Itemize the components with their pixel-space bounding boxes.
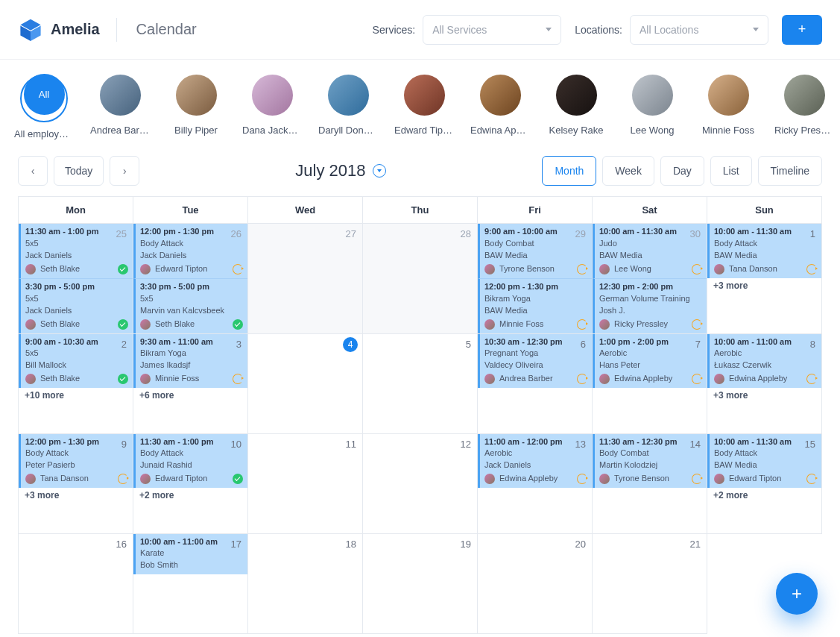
- event[interactable]: 12:00 pm - 1:30 pmBikram YogaBAW Media M…: [478, 278, 592, 333]
- day-cell[interactable]: 1411:30 am - 12:30 pmBody CombatMartin K…: [593, 433, 707, 533]
- event-employee: Seth Blake: [40, 318, 113, 330]
- more-link[interactable]: +2 more: [133, 488, 247, 503]
- sync-icon: [577, 319, 587, 330]
- day-cell[interactable]: 39:30 am - 11:00 amBikram YogaJames Ikad…: [133, 333, 248, 433]
- day-cell[interactable]: 11: [248, 433, 363, 533]
- event-employee: Tana Danson: [729, 263, 802, 275]
- employee-pill[interactable]: Ricky Pressley: [778, 75, 830, 139]
- avatar: [484, 319, 495, 330]
- employee-pill[interactable]: Daryll Donov…: [322, 75, 374, 139]
- event-service: Aerobic: [714, 348, 817, 360]
- event-service: Body Attack: [25, 448, 128, 459]
- event-client: BAW Media: [714, 250, 817, 262]
- calendar-controls: ‹ Today › July 2018 Month Week Day List …: [0, 148, 840, 196]
- more-link[interactable]: +6 more: [133, 388, 247, 403]
- day-cell[interactable]: 12: [363, 433, 478, 533]
- employee-pill[interactable]: Minnie Foss: [702, 75, 754, 139]
- brand-logo[interactable]: Amelia: [18, 17, 100, 43]
- day-cell[interactable]: 16: [19, 533, 133, 633]
- day-cell[interactable]: 912:00 pm - 1:30 pmBody AttackPeter Pasi…: [19, 433, 133, 533]
- employee-pill[interactable]: Billy Piper: [170, 75, 222, 139]
- event[interactable]: 9:00 am - 10:30 am5x5Bill Mallock Seth B…: [19, 334, 133, 389]
- event-service: Pregnant Yoga: [484, 348, 587, 360]
- period-selector[interactable]: July 2018: [139, 161, 542, 181]
- add-button[interactable]: +: [782, 15, 822, 45]
- more-link[interactable]: +3 more: [707, 278, 821, 293]
- locations-dropdown[interactable]: All Locations: [630, 15, 768, 45]
- chevron-right-icon: ›: [123, 165, 127, 177]
- event-employee: Seth Blake: [155, 318, 228, 330]
- today-button[interactable]: Today: [54, 156, 104, 186]
- day-cell[interactable]: 2612:00 pm - 1:30 pmBody AttackJack Dani…: [133, 224, 248, 334]
- day-cell[interactable]: 28: [363, 224, 478, 334]
- employee-pill[interactable]: Dana Jackson: [246, 75, 298, 139]
- avatar: [714, 474, 724, 484]
- next-button[interactable]: ›: [110, 156, 139, 186]
- employee-strip: AllAll employeesAndrea BarberBilly Piper…: [0, 60, 840, 148]
- day-cell[interactable]: 18: [248, 533, 363, 633]
- day-cell[interactable]: 610:30 am - 12:30 pmPregnant YogaValdecy…: [478, 333, 593, 433]
- event[interactable]: 3:30 pm - 5:00 pm5x5Jack Daniels Seth Bl…: [19, 278, 133, 333]
- fab-add[interactable]: +: [776, 573, 818, 615]
- event[interactable]: 10:00 am - 11:30 amBody AttackBAW Media …: [707, 224, 821, 278]
- more-link[interactable]: +3 more: [707, 388, 821, 403]
- day-cell[interactable]: 110:00 am - 11:30 amBody AttackBAW Media…: [707, 224, 822, 334]
- event[interactable]: 12:30 pm - 2:00 pmGerman Volume Training…: [593, 278, 707, 333]
- services-filter: Services: All Services: [373, 15, 562, 45]
- day-cell[interactable]: 27: [248, 224, 363, 334]
- prev-button[interactable]: ‹: [18, 156, 48, 186]
- event-employee-row: Tyrone Benson: [484, 262, 587, 275]
- employee-name: Kelsey Rake: [549, 125, 604, 136]
- employee-pill[interactable]: Lee Wong: [626, 75, 678, 139]
- day-cell[interactable]: 1710:00 am - 11:00 amKarateBob Smith: [133, 533, 248, 633]
- view-day[interactable]: Day: [660, 156, 704, 186]
- event[interactable]: 3:30 pm - 5:00 pm5x5Marvin van Kalcvsbee…: [133, 278, 247, 333]
- employee-pill[interactable]: Edwina Appl…: [474, 75, 526, 139]
- employee-pill-all[interactable]: AllAll employees: [18, 75, 70, 139]
- employee-name: Edwina Appl…: [470, 125, 530, 136]
- event-client: Hans Peter: [599, 360, 702, 371]
- dow-header: Thu: [363, 197, 478, 224]
- day-cell[interactable]: 1510:00 am - 11:30 amBody AttackBAW Medi…: [707, 433, 822, 533]
- day-cell[interactable]: 810:00 am - 11:00 amAerobicŁukasz Czerwi…: [707, 333, 822, 433]
- employee-pill[interactable]: Kelsey Rake: [550, 75, 602, 139]
- event-client: Bill Mallock: [25, 360, 128, 371]
- event-client: Bob Smith: [140, 559, 243, 571]
- more-link[interactable]: +10 more: [19, 388, 133, 403]
- event-client: Martin Kolodziej: [599, 459, 702, 471]
- day-cell[interactable]: 19: [363, 533, 478, 633]
- event[interactable]: 10:00 am - 11:00 amAerobicŁukasz Czerwik…: [707, 334, 821, 389]
- event-employee: Edward Tipton: [729, 473, 802, 485]
- view-month[interactable]: Month: [542, 156, 596, 186]
- day-cell[interactable]: 299:00 am - 10:00 amBody CombatBAW Media…: [478, 224, 593, 334]
- event-client: Valdecy Oliveira: [484, 360, 587, 371]
- services-dropdown[interactable]: All Services: [423, 15, 561, 45]
- day-cell[interactable]: 20: [478, 533, 593, 633]
- day-cell[interactable]: 29:00 am - 10:30 am5x5Bill Mallock Seth …: [19, 333, 133, 433]
- event[interactable]: 9:30 am - 11:00 amBikram YogaJames Ikads…: [133, 334, 247, 389]
- day-cell[interactable]: 5: [363, 333, 478, 433]
- more-link[interactable]: +3 more: [19, 488, 133, 503]
- day-cell[interactable]: 1311:00 am - 12:00 pmAerobicJack Daniels…: [478, 433, 593, 533]
- employee-pill[interactable]: Andrea Barber: [94, 75, 146, 139]
- event[interactable]: 10:30 am - 12:30 pmPregnant YogaValdecy …: [478, 334, 592, 389]
- day-cell[interactable]: 3010:00 am - 11:30 amJudoBAW Media Lee W…: [593, 224, 707, 334]
- more-link[interactable]: +2 more: [707, 488, 821, 503]
- day-cell[interactable]: 4: [248, 333, 363, 433]
- employee-name: Minnie Foss: [702, 125, 754, 136]
- sync-icon: [577, 474, 587, 484]
- employee-pill[interactable]: Edward Tipton: [398, 75, 450, 139]
- event[interactable]: 12:00 pm - 1:30 pmBody AttackPeter Pasie…: [19, 434, 133, 489]
- day-cell[interactable]: 2511:30 am - 1:00 pm5x5Jack Daniels Seth…: [19, 224, 133, 334]
- avatar: [484, 474, 495, 484]
- day-cell[interactable]: 1011:30 am - 1:00 pmBody AttackJunaid Ra…: [133, 433, 248, 533]
- event-service: Body Attack: [140, 238, 243, 250]
- day-cell[interactable]: 71:00 pm - 2:00 pmAerobicHans Peter Edwi…: [593, 333, 707, 433]
- event-employee: Edward Tipton: [155, 263, 228, 275]
- event[interactable]: 1:00 pm - 2:00 pmAerobicHans Peter Edwin…: [593, 334, 707, 389]
- day-cell[interactable]: 21: [593, 533, 707, 633]
- avatar: [714, 264, 724, 274]
- view-week[interactable]: Week: [602, 156, 654, 186]
- view-list[interactable]: List: [710, 156, 752, 186]
- view-timeline[interactable]: Timeline: [758, 156, 822, 186]
